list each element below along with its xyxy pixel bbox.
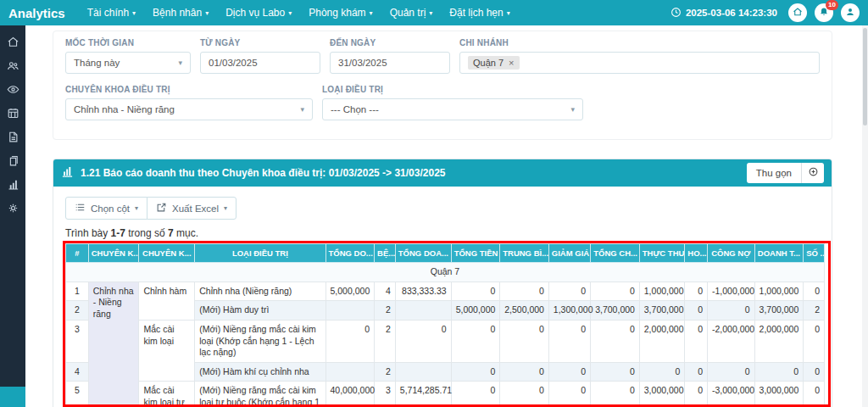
- cell-idx: 5: [66, 382, 89, 407]
- column-header[interactable]: TỔNG DO...: [326, 244, 375, 263]
- column-header[interactable]: CÔNG NỢ: [708, 244, 755, 263]
- chevron-down-icon: ▾: [429, 9, 432, 17]
- scrollbar-thumb[interactable]: [863, 28, 867, 125]
- sidebar-item-monitor[interactable]: [6, 84, 19, 98]
- column-header[interactable]: HO...: [685, 244, 708, 263]
- collapse-button[interactable]: Thu gọn: [747, 163, 801, 183]
- from-date-input[interactable]: 01/03/2025: [200, 52, 320, 74]
- field-time-preset: MỐC THỜI GIAN Tháng này ▾: [65, 38, 191, 74]
- app-logo[interactable]: Analytics: [8, 6, 65, 20]
- date-value: 01/03/2025: [209, 58, 258, 68]
- export-excel-button[interactable]: Xuất Excel ▾: [147, 197, 236, 220]
- nav-item-6[interactable]: Đặt lịch hẹn▾: [449, 7, 509, 19]
- cell-num: 0: [500, 362, 549, 382]
- sidebar-item-invoices[interactable]: [6, 131, 19, 145]
- cell-num: 0: [451, 362, 500, 382]
- cell-num: 0: [804, 320, 825, 362]
- remove-tag-icon[interactable]: ×: [509, 58, 514, 68]
- treatment-type-select[interactable]: --- Chọn --- ▾: [322, 98, 583, 120]
- column-header[interactable]: CHUYÊN K...: [88, 244, 139, 263]
- column-header[interactable]: LOẠI ĐIỀU TRỊ: [195, 244, 326, 263]
- group-label: Quận 7: [66, 263, 825, 282]
- top-navbar: Analytics Tài chính▾Bệnh nhân▾Dịch vụ La…: [0, 0, 868, 25]
- summary-suffix: mục.: [176, 227, 198, 239]
- cell-num: 5,000,000: [451, 301, 500, 321]
- cell-idx: 4: [66, 362, 89, 382]
- cell-num: 5,000,000: [326, 282, 375, 301]
- user-icon: [845, 5, 855, 20]
- nav-item-label: Quản trị: [390, 7, 426, 19]
- export-icon: [156, 202, 167, 215]
- choose-columns-button[interactable]: Chọn cột ▾: [65, 197, 147, 220]
- nav-item-label: Dịch vụ Labo: [225, 7, 285, 19]
- nav-item-2[interactable]: Bệnh nhân▾: [153, 7, 209, 19]
- cell-num: 1,000,000: [754, 282, 804, 301]
- column-header[interactable]: BỆ...: [375, 244, 396, 263]
- cell-num: 0: [754, 362, 804, 382]
- cell-num: 3: [375, 382, 396, 407]
- cell-num: 0: [804, 282, 825, 301]
- report-body: Chọn cột ▾ Xuất Excel ▾ Trình bày 1-7 tr…: [53, 187, 832, 407]
- report-actions: Thu gọn: [747, 163, 824, 183]
- time-preset-select[interactable]: Tháng này ▾: [65, 52, 191, 74]
- cell-num: 0: [639, 362, 684, 382]
- invoice-icon: [7, 131, 19, 147]
- column-header[interactable]: TỔNG TIỀN: [451, 244, 500, 263]
- sidebar-item-home[interactable]: [6, 36, 19, 50]
- specialty-select[interactable]: Chỉnh nha - Niềng răng ▾: [65, 98, 313, 120]
- sidebar-item-settings[interactable]: [6, 203, 19, 216]
- sidebar: [0, 25, 25, 407]
- column-header[interactable]: TRUNG BÌ...: [500, 244, 549, 263]
- nav-item-5[interactable]: Quản trị▾: [390, 7, 433, 19]
- field-label: TỪ NGÀY: [200, 38, 320, 47]
- sidebar-item-documents[interactable]: [6, 155, 19, 169]
- chevron-down-icon: ▾: [132, 9, 136, 17]
- nav-item-4[interactable]: Phòng khám▾: [309, 7, 372, 19]
- summary-prefix: Trình bày: [65, 227, 108, 239]
- sidebar-item-reports[interactable]: [6, 179, 19, 192]
- cell-num: 0: [591, 362, 640, 382]
- button-label: Chọn cột: [91, 204, 130, 214]
- cell-num: 0: [548, 320, 590, 362]
- cell-num: 833,333.33: [395, 282, 451, 301]
- cell-num: 0: [591, 282, 640, 301]
- chevron-down-icon: ▾: [135, 204, 138, 212]
- notifications-button[interactable]: 10: [815, 3, 833, 22]
- column-header[interactable]: SỐ ...: [804, 244, 825, 263]
- chart-icon: [61, 165, 74, 181]
- to-date-input[interactable]: 31/03/2025: [330, 52, 450, 74]
- cell-txt: (Mới) Hàm duy trì: [195, 301, 326, 321]
- chevron-down-icon: ▾: [507, 9, 510, 17]
- field-specialty: CHUYÊN KHOA ĐIỀU TRỊ Chỉnh nha - Niềng r…: [65, 85, 313, 120]
- cell-num: [395, 362, 451, 382]
- cell-num: 2,000,000: [639, 320, 684, 362]
- chevron-down-icon: ▾: [370, 9, 373, 17]
- nav-item-3[interactable]: Dịch vụ Labo▾: [225, 7, 292, 19]
- chevron-down-icon: ▾: [570, 105, 575, 114]
- column-header[interactable]: THỰC THU: [639, 244, 684, 263]
- nav-item-1[interactable]: Tài chính▾: [87, 7, 136, 19]
- sidebar-item-schedule[interactable]: [6, 108, 19, 121]
- column-header[interactable]: TỔNG DOA...: [395, 244, 451, 263]
- date-value: 31/03/2025: [338, 58, 387, 68]
- cell-num: 1,300,000: [548, 301, 590, 321]
- column-header[interactable]: DOANH T...: [754, 244, 804, 263]
- user-menu-button[interactable]: [841, 3, 860, 22]
- column-header[interactable]: GIẢM GIÁ: [548, 244, 590, 263]
- column-header[interactable]: TỔNG CH...: [591, 244, 640, 263]
- nav-item-label: Đặt lịch hẹn: [449, 7, 503, 19]
- widget-options-button[interactable]: [801, 163, 824, 183]
- main-nav: Tài chính▾Bệnh nhân▾Dịch vụ Labo▾Phòng k…: [87, 7, 510, 19]
- column-header[interactable]: #: [66, 244, 89, 263]
- sidebar-item-patients[interactable]: [6, 60, 19, 74]
- cell-num: 0: [708, 362, 755, 382]
- column-header[interactable]: CHUYÊN K...: [139, 244, 195, 263]
- cell-num: 0: [591, 382, 640, 407]
- page-scrollbar[interactable]: [862, 25, 868, 407]
- filter-panel: MỐC THỜI GIAN Tháng này ▾ TỪ NGÀY 01/03/…: [53, 31, 832, 140]
- home-button[interactable]: [788, 3, 807, 22]
- cell-num: 1,000,000: [639, 282, 684, 301]
- branch-multiselect[interactable]: Quận 7 ×: [459, 52, 820, 74]
- navbar-right: 2025-03-06 14:23:30 10: [670, 3, 860, 22]
- cell-num: 2,000,000: [754, 320, 804, 362]
